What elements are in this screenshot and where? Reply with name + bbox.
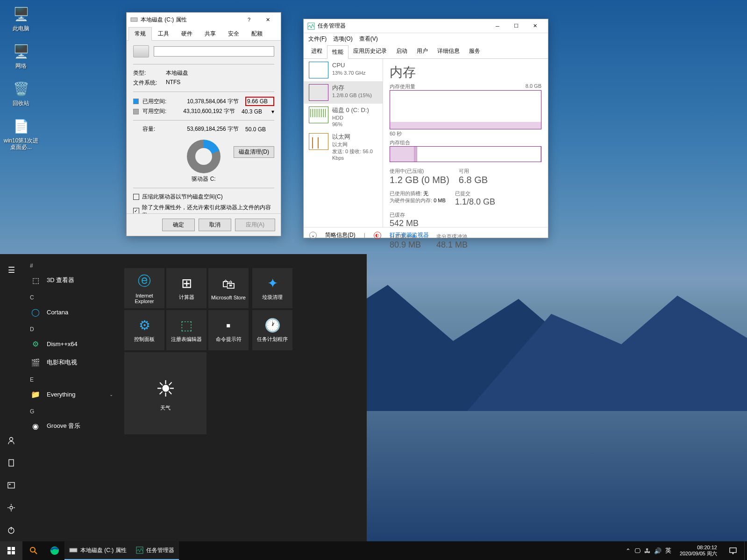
- titlebar[interactable]: 本地磁盘 (C:) 属性 ? ✕: [127, 13, 281, 27]
- tab-hardware[interactable]: 硬件: [175, 27, 199, 41]
- titlebar[interactable]: 任务管理器 ─ ☐ ✕: [304, 19, 548, 33]
- app-cortana[interactable]: ◯Cortana: [24, 303, 119, 321]
- tile-task-scheduler[interactable]: 🕐任务计划程序: [252, 310, 292, 350]
- sidebar-ethernet[interactable]: 以太网以太网发送: 0 接收: 56.0 Kbps: [304, 130, 383, 164]
- tab-general[interactable]: 常规: [128, 27, 152, 41]
- tab-users[interactable]: 用户: [412, 45, 433, 58]
- desktop-network[interactable]: 🖥️ 网络: [2, 42, 40, 69]
- tile-ie[interactable]: ⓔInternet Explorer: [124, 268, 164, 308]
- letter-g[interactable]: G: [24, 404, 119, 417]
- resmon-icon: ◐: [374, 232, 381, 239]
- tab-startup[interactable]: 启动: [391, 45, 412, 58]
- drive-large-icon: [133, 45, 149, 57]
- letter-d[interactable]: D: [24, 321, 119, 334]
- letter-e[interactable]: E: [24, 372, 119, 385]
- apply-button[interactable]: 应用(A): [235, 219, 275, 231]
- letter-c[interactable]: C: [24, 290, 119, 303]
- stat-cached: 542 MB: [390, 219, 427, 228]
- tab-security[interactable]: 安全: [222, 27, 245, 41]
- tab-tools[interactable]: 工具: [152, 27, 175, 41]
- tray-chevron-up-icon[interactable]: ⌃: [626, 547, 631, 554]
- search-button[interactable]: [22, 541, 45, 560]
- tile-cleanup[interactable]: ✦垃圾清理: [252, 268, 292, 308]
- cmd-icon: ▪: [226, 318, 231, 333]
- start-button[interactable]: [0, 541, 22, 560]
- type-value: 本地磁盘: [166, 69, 274, 77]
- memory-composition-graph[interactable]: [390, 146, 541, 162]
- minimize-button[interactable]: ─: [488, 19, 507, 33]
- desktop-recycle-bin[interactable]: 🗑️ 回收站: [2, 79, 40, 106]
- show-desktop-button[interactable]: [744, 541, 747, 560]
- cortana-icon: ◯: [30, 306, 41, 318]
- tile-store[interactable]: 🛍Microsoft Store: [208, 268, 249, 308]
- calculator-icon: ⊞: [181, 276, 192, 291]
- app-dism[interactable]: ⚙Dism++x64: [24, 334, 119, 353]
- taskbar-app-taskmgr[interactable]: 任务管理器: [131, 541, 179, 560]
- stat-available: 6.8 GB: [459, 175, 496, 185]
- action-center-button[interactable]: [722, 541, 744, 560]
- tab-processes[interactable]: 进程: [306, 45, 327, 58]
- letter-hash[interactable]: #: [24, 258, 119, 271]
- brief-info-link[interactable]: 简略信息(D): [325, 231, 356, 239]
- disk-mini-graph: [309, 106, 328, 123]
- taskbar-clock[interactable]: 08:20:12 2020/09/05 周六: [675, 545, 722, 557]
- open-resmon-link[interactable]: 打开资源监视器: [390, 231, 429, 239]
- tile-regedit[interactable]: ⬚注册表编辑器: [166, 310, 206, 350]
- tray-ime[interactable]: 英: [665, 546, 671, 555]
- rail-power[interactable]: [0, 519, 22, 541]
- system-tray: ⌃ 🖵 🖧 🔊 英: [622, 546, 675, 555]
- ok-button[interactable]: 确定: [162, 219, 195, 231]
- tab-sharing[interactable]: 共享: [199, 27, 222, 41]
- tab-quota[interactable]: 配额: [245, 27, 269, 41]
- app-movies-tv[interactable]: 🎬电影和电视: [24, 353, 119, 372]
- desktop-text-file[interactable]: 📄 win10第1次进桌面必...: [2, 117, 40, 151]
- rail-user[interactable]: [0, 429, 22, 452]
- app-3d-viewer[interactable]: ⬚3D 查看器: [24, 271, 119, 290]
- app-groove[interactable]: ◉Groove 音乐: [24, 417, 119, 435]
- desktop-this-pc[interactable]: 🖥️ 此电脑: [2, 5, 40, 32]
- tab-performance[interactable]: 性能: [327, 45, 349, 59]
- start-menu: ☰ # ⬚3D 查看器 C ◯Cortana D ⚙Dism++x64 🎬电影和…: [0, 254, 367, 541]
- menu-file[interactable]: 文件(F): [308, 35, 327, 43]
- menu-view[interactable]: 查看(V): [359, 35, 378, 43]
- rail-settings[interactable]: [0, 496, 22, 519]
- rail-pictures[interactable]: [0, 474, 22, 496]
- app-everything[interactable]: 📁Everything⌄: [24, 385, 119, 404]
- maximize-button[interactable]: ☐: [507, 19, 526, 33]
- sidebar-disk[interactable]: 磁盘 0 (C: D:)HDD96%: [304, 104, 383, 130]
- type-label: 类型:: [133, 69, 166, 77]
- fs-value: NTFS: [166, 79, 274, 87]
- sidebar-memory[interactable]: 内存1.2/8.0 GB (15%): [304, 81, 383, 104]
- taskbar-app-properties[interactable]: 本地磁盘 (C:) 属性: [64, 541, 131, 560]
- sun-icon: ☀: [156, 376, 176, 402]
- apps-list: # ⬚3D 查看器 C ◯Cortana D ⚙Dism++x64 🎬电影和电视…: [22, 254, 121, 541]
- memory-usage-graph[interactable]: [390, 90, 541, 129]
- tray-display-icon[interactable]: 🖵: [634, 547, 640, 554]
- tile-cmd[interactable]: ▪命令提示符: [208, 310, 249, 350]
- tile-control-panel[interactable]: ⚙控制面板: [124, 310, 164, 350]
- close-button[interactable]: ✕: [258, 13, 277, 27]
- svg-rect-14: [12, 547, 15, 550]
- collapse-icon[interactable]: ⌄: [309, 232, 317, 239]
- tile-calculator[interactable]: ⊞计算器: [166, 268, 206, 308]
- tab-details[interactable]: 详细信息: [433, 45, 464, 58]
- tray-volume-icon[interactable]: 🔊: [654, 547, 662, 554]
- menu-options[interactable]: 选项(O): [333, 35, 352, 43]
- close-button[interactable]: ✕: [526, 19, 544, 33]
- help-button[interactable]: ?: [240, 13, 258, 27]
- tray-network-icon[interactable]: 🖧: [644, 547, 650, 554]
- compress-checkbox[interactable]: [133, 194, 139, 200]
- drive-name-input[interactable]: [154, 46, 274, 57]
- sidebar-cpu[interactable]: CPU13% 3.70 GHz: [304, 59, 383, 81]
- disk-cleanup-button[interactable]: 磁盘清理(D): [234, 146, 274, 158]
- tab-app-history[interactable]: 应用历史记录: [349, 45, 391, 58]
- rail-documents[interactable]: [0, 452, 22, 474]
- cancel-button[interactable]: 取消: [199, 219, 231, 231]
- svg-rect-0: [131, 18, 137, 21]
- taskbar-edge[interactable]: [45, 541, 64, 560]
- tile-weather[interactable]: ☀天气: [124, 352, 206, 434]
- drive-icon: [69, 547, 78, 553]
- start-expand-button[interactable]: ☰: [0, 259, 22, 281]
- store-icon: 🛍: [222, 276, 235, 292]
- tab-services[interactable]: 服务: [464, 45, 485, 58]
